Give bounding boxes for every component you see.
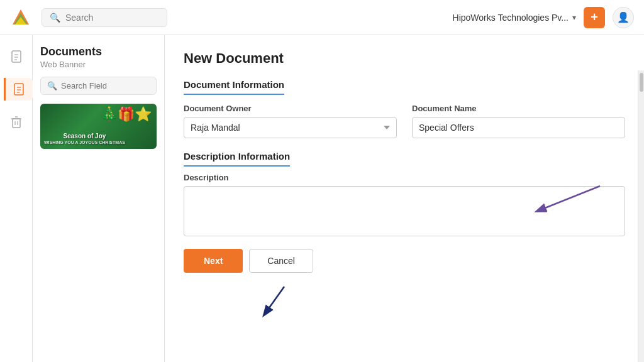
svg-rect-3 [12, 51, 21, 62]
sidebar-item-trash[interactable] [5, 111, 28, 133]
add-button[interactable]: + [584, 7, 605, 28]
content-area: New Document Document Information Docume… [165, 35, 644, 362]
svg-rect-11 [13, 119, 20, 128]
search-bar[interactable]: 🔍 [42, 8, 167, 27]
document-owner-group: Document Owner Raja Mandal John Doe Jane… [184, 104, 397, 138]
main-layout: Documents Web Banner 🔍 🎄🎁⭐ Season of Joy… [0, 35, 644, 362]
next-button[interactable]: Next [184, 249, 243, 273]
navbar: 🔍 HipoWorks Technologies Pv... ▾ + 👤 [0, 0, 644, 35]
desc-info-section: Description Information Description [184, 151, 625, 236]
doc-info-title: Document Information [184, 79, 284, 95]
panel-search-icon: 🔍 [47, 81, 57, 90]
company-name: HipoWorks Technologies Pv... [453, 13, 569, 23]
doc-info-row: Document Owner Raja Mandal John Doe Jane… [184, 104, 625, 138]
document-name-group: Document Name [412, 104, 625, 138]
doc-thumbnail[interactable]: 🎄🎁⭐ Season of Joy WISHING YOU A JOYOUS C… [40, 104, 157, 149]
profile-button[interactable]: 👤 [613, 7, 634, 28]
sidebar [0, 35, 33, 362]
description-label: Description [184, 173, 625, 182]
scrollbar[interactable] [638, 70, 644, 362]
app-logo[interactable] [10, 7, 31, 28]
thumbnail-decoration: 🎄🎁⭐ [101, 106, 152, 123]
description-group: Description [184, 173, 625, 236]
document-name-input[interactable] [412, 117, 625, 138]
cancel-button[interactable]: Cancel [249, 249, 313, 273]
scrollbar-thumb[interactable] [640, 73, 643, 92]
arrow-to-next [247, 280, 297, 324]
page-title: New Document [184, 50, 625, 67]
svg-line-19 [264, 287, 284, 315]
document-owner-label: Document Owner [184, 104, 397, 113]
document-owner-select[interactable]: Raja Mandal John Doe Jane Smith [184, 117, 397, 138]
doc-info-section: Document Information Document Owner Raja… [184, 79, 625, 138]
action-buttons: Next Cancel [184, 249, 625, 273]
left-panel: Documents Web Banner 🔍 🎄🎁⭐ Season of Joy… [33, 35, 165, 362]
company-selector[interactable]: HipoWorks Technologies Pv... ▾ [453, 13, 576, 23]
search-input[interactable] [65, 13, 159, 23]
panel-subtitle: Web Banner [40, 60, 157, 69]
nav-right: HipoWorks Technologies Pv... ▾ + 👤 [453, 7, 634, 28]
document-name-label: Document Name [412, 104, 625, 113]
panel-search-bar[interactable]: 🔍 [40, 77, 157, 95]
desc-info-title: Description Information [184, 151, 290, 167]
chevron-down-icon: ▾ [572, 13, 576, 22]
thumbnail-text: Season of Joy WISHING YOU A JOYOUS CHRIS… [44, 133, 125, 145]
svg-rect-7 [14, 84, 23, 95]
panel-title: Documents [40, 45, 157, 58]
description-textarea[interactable] [184, 186, 625, 236]
sidebar-item-documents2[interactable] [4, 78, 33, 101]
search-icon: 🔍 [50, 13, 60, 23]
sidebar-item-documents1[interactable] [5, 45, 28, 68]
panel-search-input[interactable] [61, 81, 150, 90]
